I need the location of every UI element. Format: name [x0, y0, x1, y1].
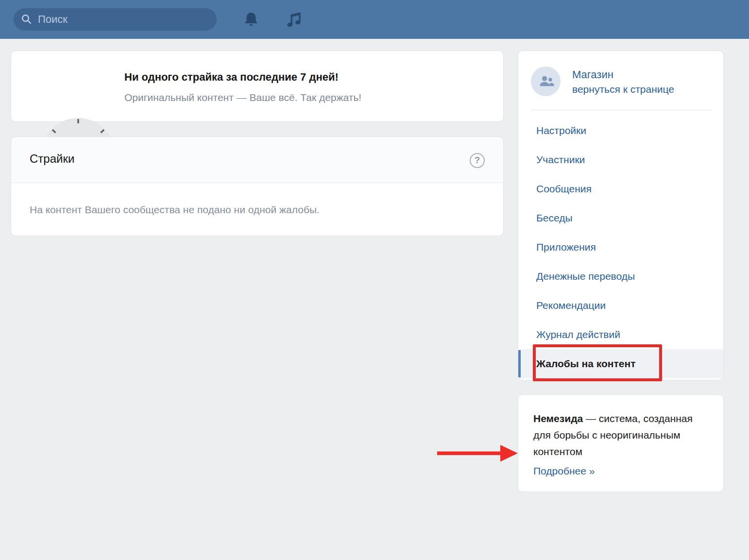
sidebar-item-applications[interactable]: Приложения: [518, 233, 723, 262]
strike-status-banner: Ни одного страйка за последние 7 дней! О…: [11, 51, 504, 122]
avatar[interactable]: [531, 67, 561, 96]
banner-title: Ни одного страйка за последние 7 дней!: [124, 71, 339, 84]
community-people-icon: [536, 72, 556, 91]
search-icon: [21, 14, 33, 25]
strikes-empty-message: На контент Вашего сообщества не подано н…: [30, 204, 320, 216]
sidebar-item-content-complaints[interactable]: Жалобы на контент: [518, 349, 723, 378]
top-navigation-bar: [0, 0, 749, 39]
promo-system-name: Немезида: [533, 413, 583, 424]
strikes-card: Страйки ? На контент Вашего сообщества н…: [11, 136, 504, 236]
help-icon[interactable]: ?: [470, 153, 485, 168]
sidebar-item-messages[interactable]: Сообщения: [518, 174, 723, 204]
sidebar-card: Магазин вернуться к странице Настройки У…: [518, 51, 724, 380]
strikes-title: Страйки: [30, 152, 74, 166]
music-icon[interactable]: [284, 11, 302, 29]
promo-text: Немезида — система, созданная для борьбы…: [533, 410, 695, 460]
sidebar-divider: [531, 110, 712, 110]
sidebar-menu: Настройки Участники Сообщения Беседы При…: [518, 116, 723, 378]
sidebar-item-recommendations[interactable]: Рекомендации: [518, 291, 723, 320]
search-input[interactable]: [38, 13, 217, 26]
nemezida-promo-card: Немезида — система, созданная для борьбы…: [518, 394, 724, 492]
annotation-arrow-icon: [435, 444, 520, 462]
promo-more-link[interactable]: Подробнее »: [533, 465, 595, 477]
strikes-card-header: Страйки ?: [11, 137, 503, 183]
sidebar-item-money-transfers[interactable]: Денежные переводы: [518, 262, 723, 291]
sidebar-item-conversations[interactable]: Беседы: [518, 204, 723, 233]
page: Ни одного страйка за последние 7 дней! О…: [0, 0, 749, 560]
community-name-link[interactable]: Магазин: [572, 68, 613, 81]
sidebar-item-settings[interactable]: Настройки: [518, 116, 723, 145]
sidebar-item-action-log[interactable]: Журнал действий: [518, 320, 723, 349]
search-box[interactable]: [14, 8, 217, 31]
back-to-page-link[interactable]: вернуться к странице: [572, 84, 674, 95]
sidebar-item-members[interactable]: Участники: [518, 145, 723, 174]
bell-icon[interactable]: [242, 11, 260, 28]
banner-subtitle: Оригинальный контент — Ваше всё. Так дер…: [124, 92, 361, 103]
